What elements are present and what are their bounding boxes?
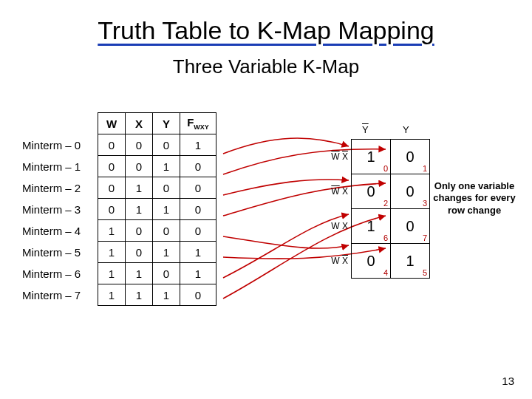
truth-cell: 0 xyxy=(98,177,126,199)
kmap-row-label-0: W X xyxy=(318,140,352,174)
kmap-cell: 07 xyxy=(391,209,430,244)
truth-cell: 1 xyxy=(153,284,180,306)
truth-cell: 0 xyxy=(126,242,153,263)
truth-cell: 0 xyxy=(153,134,180,156)
truth-cell: 0 xyxy=(98,156,126,177)
kmap-row-label-3: W X xyxy=(318,244,352,279)
truth-row-label: Minterm – 4 xyxy=(22,220,98,242)
kmap-cell: 15 xyxy=(391,244,430,279)
kmap-cell: 04 xyxy=(352,244,391,279)
truth-row-label: Minterm – 7 xyxy=(22,284,98,306)
truth-cell: 0 xyxy=(180,156,216,177)
page-number: 13 xyxy=(502,375,514,387)
truth-cell: 0 xyxy=(180,284,216,306)
truth-header-x: X xyxy=(126,113,153,134)
kmap-cell: 16 xyxy=(352,209,391,244)
kmap-cell: 01 xyxy=(391,140,430,174)
kmap-row-label-2: W X xyxy=(318,209,352,244)
kmap-cell: 10 xyxy=(352,140,391,174)
truth-header-w: W xyxy=(98,113,126,134)
slide-title: Truth Table to K-Map Mapping xyxy=(0,16,532,45)
truth-cell: 0 xyxy=(126,220,153,242)
truth-cell: 1 xyxy=(180,263,216,284)
truth-row-label: Minterm – 6 xyxy=(22,263,98,284)
truth-cell: 1 xyxy=(126,263,153,284)
truth-cell: 1 xyxy=(153,156,180,177)
truth-table: W X Y FWXY Minterm – 00001 Minterm – 100… xyxy=(22,112,216,306)
kmap-cell: 02 xyxy=(352,174,391,209)
truth-cell: 1 xyxy=(126,284,153,306)
truth-header-f: FWXY xyxy=(180,113,216,134)
truth-cell: 1 xyxy=(126,199,153,220)
truth-cell: 0 xyxy=(98,134,126,156)
slide-subtitle: Three Variable K-Map xyxy=(0,55,532,78)
annotation-note: Only one variable changes for every row … xyxy=(430,180,519,216)
truth-cell: 1 xyxy=(98,263,126,284)
truth-row-label: Minterm – 5 xyxy=(22,242,98,263)
truth-cell: 1 xyxy=(153,199,180,220)
kmap: Y Y W X 10 01 W X 02 03 W X 16 07 xyxy=(318,124,430,282)
kmap-cell: 03 xyxy=(391,174,430,209)
truth-cell: 0 xyxy=(180,177,216,199)
truth-cell: 0 xyxy=(126,134,153,156)
slide-content: W X Y FWXY Minterm – 00001 Minterm – 100… xyxy=(0,112,532,349)
truth-cell: 0 xyxy=(98,199,126,220)
truth-header-blank xyxy=(22,113,98,134)
truth-row-label: Minterm – 1 xyxy=(22,156,98,177)
truth-cell: 1 xyxy=(180,242,216,263)
truth-cell: 0 xyxy=(153,177,180,199)
truth-cell: 1 xyxy=(98,242,126,263)
truth-cell: 0 xyxy=(180,199,216,220)
truth-cell: 0 xyxy=(153,220,180,242)
truth-cell: 0 xyxy=(180,220,216,242)
truth-header-y: Y xyxy=(153,113,180,134)
truth-cell: 0 xyxy=(153,263,180,284)
truth-row-label: Minterm – 3 xyxy=(22,199,98,220)
truth-cell: 1 xyxy=(153,242,180,263)
kmap-row-label-1: W X xyxy=(318,174,352,209)
kmap-col-y: Y xyxy=(403,124,409,135)
truth-row-label: Minterm – 0 xyxy=(22,134,98,156)
truth-cell: 1 xyxy=(98,284,126,306)
truth-cell: 1 xyxy=(126,177,153,199)
truth-cell: 0 xyxy=(126,156,153,177)
truth-row-label: Minterm – 2 xyxy=(22,177,98,199)
truth-cell: 1 xyxy=(180,134,216,156)
truth-cell: 1 xyxy=(98,220,126,242)
